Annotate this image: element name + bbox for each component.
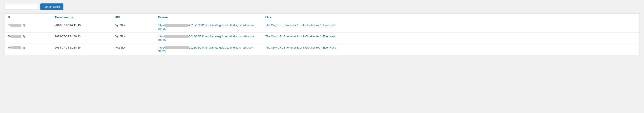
sort-arrow-timestamp: ▼	[71, 16, 73, 19]
referrer-blurred-2	[165, 35, 188, 38]
cell-timestamp-3: 2018-07-04 11:38:25	[52, 44, 112, 55]
cell-timestamp-2: 2018-07-04 11:38:43	[52, 33, 112, 44]
col-header-referrer[interactable]: Referrer	[155, 14, 262, 21]
cell-link-3: The Only URL Shortener & Link Cloaker Yo…	[262, 44, 640, 55]
ip-link-1[interactable]: 79. (9)	[8, 24, 25, 27]
cell-link-1: The Only URL Shortener & Link Cloaker Yo…	[262, 21, 640, 33]
referrer-blurred-1	[165, 24, 188, 27]
table-row: 79. (9) 2018-07-10 14:11:43 /xyz/1lvc ht…	[4, 21, 640, 33]
link-text-3[interactable]: The Only URL Shortener & Link Cloaker Yo…	[266, 46, 336, 49]
search-bar: Search Clicks	[4, 4, 640, 10]
ip-blurred-2	[12, 35, 21, 38]
referrer-link-3[interactable]: http:// /2018/06/08/the-ultimate-guide-t…	[158, 46, 254, 53]
cell-uri-2: /xyz/1lvc	[112, 33, 155, 44]
cell-link-2: The Only URL Shortener & Link Cloaker Yo…	[262, 33, 640, 44]
cell-uri-1: /xyz/1lvc	[112, 21, 155, 33]
ip-blurred-1	[12, 24, 21, 27]
search-clicks-button[interactable]: Search Clicks	[40, 4, 64, 10]
page-wrapper: Search Clicks IP Timestamp ▼ URI Referre…	[0, 0, 644, 113]
cell-ip-3: 79. (9)	[4, 44, 52, 55]
col-header-link[interactable]: Link	[262, 14, 640, 21]
referrer-link-1[interactable]: http:// /2018/06/08/the-ultimate-guide-t…	[158, 24, 254, 30]
ip-link-2[interactable]: 79. (9)	[8, 35, 25, 38]
ip-link-3[interactable]: 79. (9)	[8, 46, 25, 49]
col-header-ip[interactable]: IP	[4, 14, 52, 21]
referrer-link-2[interactable]: http:// /2018/06/08/the-ultimate-guide-t…	[158, 35, 254, 41]
table-row: 79. (9) 2018-07-04 11:38:43 /xyz/1lvc ht…	[4, 33, 640, 44]
cell-ip-1: 79. (9)	[4, 21, 52, 33]
search-input[interactable]	[4, 4, 39, 10]
table-header-row: IP Timestamp ▼ URI Referrer Link	[4, 14, 640, 21]
cell-referrer-3: http:// /2018/06/08/the-ultimate-guide-t…	[155, 44, 262, 55]
referrer-blurred-3	[165, 46, 188, 49]
ip-blurred-3	[12, 46, 21, 49]
link-text-2[interactable]: The Only URL Shortener & Link Cloaker Yo…	[266, 35, 336, 38]
cell-ip-2: 79. (9)	[4, 33, 52, 44]
cell-referrer-1: http:// /2018/06/08/the-ultimate-guide-t…	[155, 21, 262, 33]
table-row: 79. (9) 2018-07-04 11:38:25 /xyz/1lvc ht…	[4, 44, 640, 55]
cell-referrer-2: http:// /2018/06/08/the-ultimate-guide-t…	[155, 33, 262, 44]
link-text-1[interactable]: The Only URL Shortener & Link Cloaker Yo…	[266, 24, 336, 27]
col-header-uri[interactable]: URI	[112, 14, 155, 21]
cell-timestamp-1: 2018-07-10 14:11:43	[52, 21, 112, 33]
col-header-timestamp[interactable]: Timestamp ▼	[52, 14, 112, 21]
cell-uri-3: /xyz/1lvc	[112, 44, 155, 55]
clicks-table: IP Timestamp ▼ URI Referrer Link	[4, 13, 640, 55]
